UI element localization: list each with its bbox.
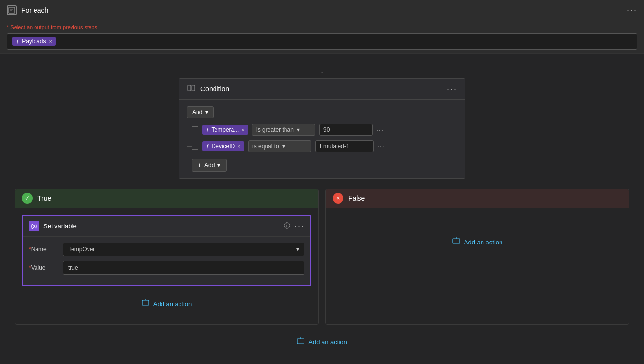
true-branch-header: ✓ True	[15, 189, 318, 208]
select-output-text: Select an output from previous steps	[10, 24, 97, 30]
set-variable-header-right: ⓘ ···	[284, 221, 304, 231]
canvas-area: ↓ Condition ··· And	[0, 54, 644, 364]
set-variable-card: {x} Set variable ⓘ ··· *N	[22, 215, 311, 286]
false-add-action-btn[interactable]: Add an action	[326, 208, 629, 276]
false-branch: × False Add an action	[325, 189, 629, 325]
main-container: For each ··· * Select an output from pre…	[0, 0, 644, 364]
value-field-row: *Value	[29, 261, 304, 275]
condition-header: Condition ···	[179, 79, 465, 100]
deviceid-tag-label: DeviceID	[212, 143, 235, 150]
operator-chevron-1: ▾	[297, 126, 300, 133]
foreach-ellipsis-btn[interactable]: ···	[627, 5, 637, 15]
value-input-1[interactable]	[319, 124, 373, 136]
name-field-row: *Name TempOver ▾	[29, 243, 304, 256]
row-ellipsis-2[interactable]: ···	[377, 142, 385, 150]
payloads-tag-label: Payloads	[22, 38, 46, 45]
value-required-star: *	[29, 264, 31, 271]
name-field-value: TempOver	[68, 246, 95, 253]
true-add-action-label: Add an action	[153, 300, 192, 308]
foreach-icon	[7, 5, 17, 15]
condition-block: Condition ··· And ▾ ƒ Tempera... ×	[179, 78, 465, 179]
var-icon-label: {x}	[31, 224, 37, 229]
add-chevron-icon: ▾	[217, 162, 220, 169]
true-branch-title: True	[37, 194, 51, 202]
required-star: *	[7, 24, 9, 30]
condition-checkbox-1[interactable]	[192, 126, 198, 133]
svg-rect-3	[142, 300, 149, 305]
foreach-header-left: For each	[7, 5, 48, 15]
false-x-icon: ×	[333, 193, 343, 204]
foreach-title: For each	[21, 6, 48, 14]
output-input-box[interactable]: ƒ Payloads ×	[7, 33, 637, 50]
payloads-tag-close[interactable]: ×	[49, 38, 52, 44]
true-add-action-icon	[142, 299, 149, 309]
condition-icon	[187, 84, 196, 94]
svg-rect-7	[297, 339, 304, 344]
set-variable-title: Set variable	[43, 223, 77, 230]
condition-ellipsis-btn[interactable]: ···	[447, 84, 457, 94]
deviceid-tag-icon: ƒ	[206, 144, 209, 149]
var-icon: {x}	[29, 221, 39, 231]
value-field-label: *Value	[29, 264, 63, 271]
operator-dropdown-1[interactable]: is greater than ▾	[252, 124, 315, 136]
bottom-add-action-btn[interactable]: Add an action	[15, 329, 629, 354]
true-branch: ✓ True {x} Set variable ⓘ	[15, 189, 319, 325]
svg-rect-1	[188, 85, 191, 91]
false-add-action-icon	[452, 237, 460, 247]
condition-checkbox-2[interactable]	[192, 143, 198, 150]
value-input-2[interactable]	[315, 140, 374, 152]
and-label: And	[192, 109, 202, 116]
value-field-input[interactable]	[63, 261, 304, 275]
name-field-select[interactable]: TempOver ▾	[63, 243, 304, 256]
branches-row: ✓ True {x} Set variable ⓘ	[15, 189, 629, 325]
false-branch-title: False	[348, 194, 365, 202]
add-label: Add	[204, 162, 215, 169]
condition-row-2: ƒ DeviceID × is equal to ▾ ···	[187, 140, 457, 152]
add-plus-icon: +	[198, 162, 201, 169]
temperature-tag-label: Tempera...	[212, 126, 239, 133]
condition-row-1: ƒ Tempera... × is greater than ▾ ···	[187, 124, 457, 136]
info-icon[interactable]: ⓘ	[284, 222, 290, 230]
true-check-icon: ✓	[22, 193, 33, 204]
select-output-label: * Select an output from previous steps	[7, 24, 637, 30]
and-dropdown[interactable]: And ▾	[187, 106, 214, 118]
svg-rect-5	[453, 239, 460, 243]
temperature-tag-close[interactable]: ×	[241, 127, 244, 133]
false-add-action-label: Add an action	[464, 239, 503, 246]
condition-title: Condition	[200, 85, 229, 93]
temperature-tag: ƒ Tempera... ×	[202, 125, 248, 135]
add-button[interactable]: + Add ▾	[192, 159, 227, 172]
set-variable-body: *Name TempOver ▾ *Value	[23, 237, 310, 285]
false-branch-header: × False	[326, 189, 629, 208]
deviceid-tag: ƒ DeviceID ×	[202, 141, 244, 151]
operator-label-2: is equal to	[252, 143, 279, 150]
set-variable-header-left: {x} Set variable	[29, 221, 77, 231]
payloads-tag: ƒ Payloads ×	[12, 37, 56, 46]
name-chevron-icon: ▾	[296, 246, 299, 253]
operator-dropdown-2[interactable]: is equal to ▾	[248, 140, 311, 152]
bottom-add-action-label: Add an action	[308, 338, 347, 346]
foreach-header: For each ···	[0, 0, 644, 20]
condition-body: And ▾ ƒ Tempera... × is greater than ▾	[179, 100, 465, 178]
set-variable-ellipsis[interactable]: ···	[294, 221, 304, 231]
bottom-add-action-icon	[297, 337, 304, 347]
name-required-star: *	[29, 246, 31, 253]
payloads-tag-icon: ƒ	[16, 38, 19, 44]
condition-header-left: Condition	[187, 84, 229, 94]
top-connector: ↓	[15, 64, 629, 78]
operator-chevron-2: ▾	[282, 143, 285, 150]
true-add-action-btn[interactable]: Add an action	[15, 293, 318, 314]
set-variable-header: {x} Set variable ⓘ ···	[23, 216, 310, 237]
temperature-tag-icon: ƒ	[206, 127, 209, 133]
deviceid-tag-close[interactable]: ×	[237, 144, 240, 149]
operator-label-1: is greater than	[256, 126, 294, 133]
name-field-label: *Name	[29, 246, 63, 253]
svg-rect-2	[192, 85, 195, 91]
and-chevron-icon: ▾	[205, 109, 208, 116]
row-ellipsis-1[interactable]: ···	[376, 126, 384, 134]
select-output-section: * Select an output from previous steps ƒ…	[0, 20, 644, 54]
connector-arrow-icon: ↓	[320, 67, 324, 75]
